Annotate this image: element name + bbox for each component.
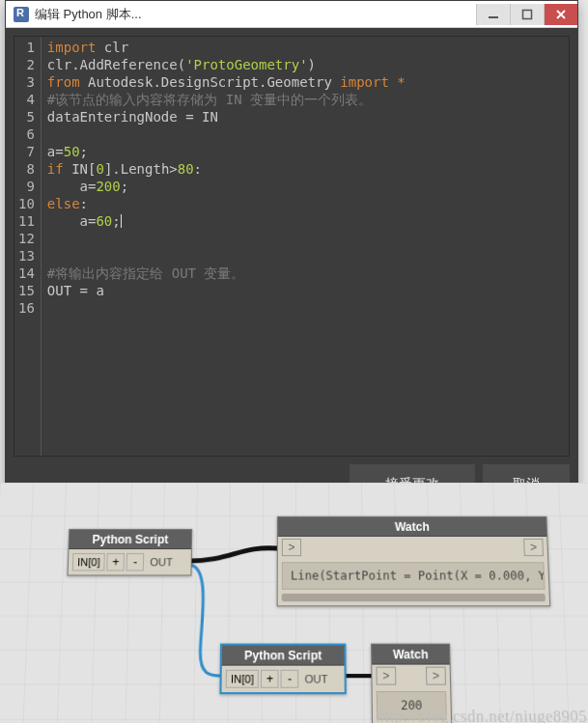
node-header[interactable]: Python Script bbox=[222, 646, 345, 666]
remove-input-button[interactable]: - bbox=[126, 553, 145, 570]
node-header[interactable]: Watch bbox=[372, 645, 450, 665]
editor-wrap: 12345678910111213141516 import clrclr.Ad… bbox=[6, 28, 577, 513]
watch-out-port[interactable]: > bbox=[523, 539, 544, 556]
out-port[interactable]: OUT bbox=[305, 673, 328, 685]
close-button[interactable] bbox=[544, 4, 577, 25]
remove-input-button[interactable]: - bbox=[281, 670, 299, 688]
out-port[interactable]: OUT bbox=[150, 556, 173, 568]
titlebar[interactable]: 编辑 Python 脚本... bbox=[6, 1, 577, 28]
add-input-button[interactable]: + bbox=[261, 670, 279, 688]
code-editor[interactable]: 12345678910111213141516 import clrclr.Ad… bbox=[14, 36, 570, 457]
add-input-button[interactable]: + bbox=[107, 553, 126, 570]
watch-scrollbar[interactable] bbox=[282, 594, 546, 601]
watch-in-port[interactable]: > bbox=[282, 539, 301, 556]
watch-port-row: > > bbox=[372, 665, 450, 687]
python-editor-window: 编辑 Python 脚本... 12345678910111213141516 … bbox=[5, 0, 578, 514]
node-header[interactable]: Python Script bbox=[70, 530, 192, 549]
node-watch-2[interactable]: Watch > > 200 bbox=[371, 644, 452, 723]
close-icon bbox=[555, 9, 567, 20]
node-python-script-2[interactable]: Python Script IN[0] + - OUT bbox=[219, 644, 346, 695]
watch-in-port[interactable]: > bbox=[376, 667, 396, 685]
watch-value: Line(StartPoint = Point(X = 0.000, Y = bbox=[282, 562, 546, 590]
minimize-button[interactable] bbox=[476, 4, 510, 25]
in-port[interactable]: IN[0] bbox=[226, 670, 259, 688]
svg-rect-0 bbox=[489, 16, 498, 18]
app-icon bbox=[14, 7, 29, 22]
svg-rect-1 bbox=[523, 10, 532, 18]
node-body: IN[0] + - OUT bbox=[222, 666, 345, 692]
watch-port-row: > > bbox=[278, 537, 547, 558]
line-gutter: 12345678910111213141516 bbox=[14, 37, 42, 456]
watch-value: 200 bbox=[377, 691, 447, 720]
maximize-button[interactable] bbox=[510, 4, 544, 25]
node-body: IN[0] + - OUT bbox=[69, 549, 191, 574]
code-area[interactable]: import clrclr.AddReference('ProtoGeometr… bbox=[42, 37, 569, 456]
maximize-icon bbox=[521, 9, 533, 20]
window-buttons bbox=[476, 4, 577, 25]
minimize-icon bbox=[488, 9, 499, 20]
node-canvas[interactable]: Python Script IN[0] + - OUT Watch > > Li… bbox=[0, 483, 588, 723]
in-port[interactable]: IN[0] bbox=[72, 553, 105, 570]
node-watch-1[interactable]: Watch > > Line(StartPoint = Point(X = 0.… bbox=[277, 516, 551, 606]
watch-out-port[interactable]: > bbox=[426, 667, 446, 685]
window-title: 编辑 Python 脚本... bbox=[35, 6, 476, 23]
node-header[interactable]: Watch bbox=[278, 517, 546, 537]
node-python-script-1[interactable]: Python Script IN[0] + - OUT bbox=[68, 529, 193, 576]
